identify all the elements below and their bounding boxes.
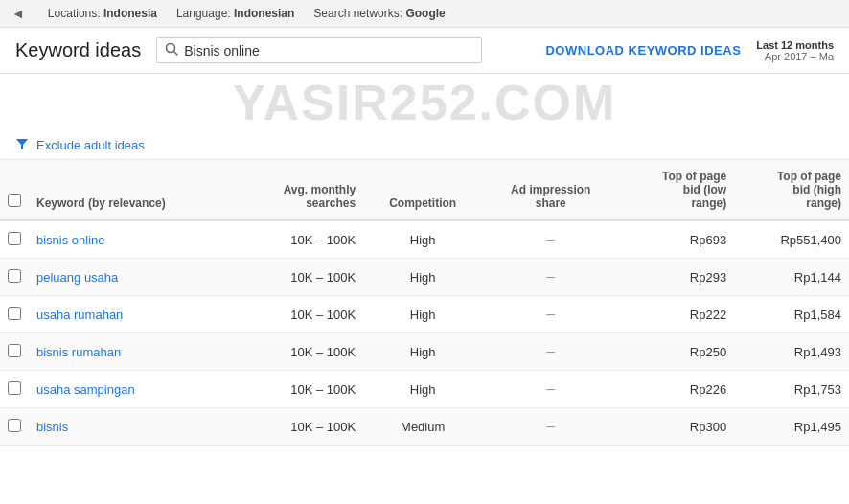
table-row: usaha sampingan 10K – 100K High – Rp226 … [0, 371, 849, 408]
row-keyword[interactable]: bisnis rumahan [29, 333, 237, 371]
row-top-bid-low: Rp693 [619, 220, 734, 259]
select-all-checkbox[interactable] [8, 194, 21, 207]
row-ad-impression-share: – [482, 296, 619, 333]
row-avg-monthly: 10K – 100K [237, 408, 363, 446]
watermark-text: YASIR252.COM [233, 74, 617, 131]
row-ad-impression-share: – [482, 259, 619, 296]
row-avg-monthly: 10K – 100K [237, 220, 363, 259]
row-checkbox-cell[interactable] [0, 333, 29, 371]
row-keyword[interactable]: usaha sampingan [29, 371, 237, 408]
table-row: bisnis online 10K – 100K High – Rp693 Rp… [0, 220, 849, 259]
keyword-search-box[interactable] [156, 37, 482, 63]
filter-icon [15, 137, 29, 153]
row-ad-impression-share: – [482, 333, 619, 371]
row-keyword[interactable]: bisnis online [29, 220, 237, 259]
search-icon [165, 42, 178, 58]
row-avg-monthly: 10K – 100K [237, 333, 363, 371]
locations-info: Locations: Indonesia [48, 7, 157, 20]
search-input[interactable] [184, 43, 473, 58]
row-ad-impression-share: – [482, 371, 619, 408]
row-top-bid-high: Rp1,493 [734, 333, 849, 371]
svg-marker-2 [16, 139, 28, 149]
row-top-bid-high: Rp1,584 [734, 296, 849, 333]
row-competition: High [363, 296, 482, 333]
download-keyword-ideas-button[interactable]: DOWNLOAD KEYWORD IDEAS [545, 43, 741, 57]
table-row: usaha rumahan 10K – 100K High – Rp222 Rp… [0, 296, 849, 333]
row-checkbox-cell[interactable] [0, 259, 29, 296]
row-checkbox[interactable] [8, 419, 21, 432]
row-top-bid-low: Rp226 [619, 371, 734, 408]
row-keyword[interactable]: usaha rumahan [29, 296, 237, 333]
row-checkbox-cell[interactable] [0, 371, 29, 408]
row-ad-impression-share: – [482, 408, 619, 446]
select-all-checkbox-header[interactable] [0, 160, 29, 220]
row-top-bid-high: Rp1,144 [734, 259, 849, 296]
row-checkbox-cell[interactable] [0, 220, 29, 259]
row-avg-monthly: 10K – 100K [237, 296, 363, 333]
row-top-bid-low: Rp300 [619, 408, 734, 446]
row-top-bid-low: Rp293 [619, 259, 734, 296]
col-header-competition: Competition [363, 160, 482, 220]
col-header-avg-monthly: Avg. monthlysearches [237, 160, 363, 220]
watermark-container: YASIR252.COM [0, 74, 849, 131]
table-header-row: Keyword (by relevance) Avg. monthlysearc… [0, 160, 849, 220]
row-checkbox[interactable] [8, 344, 21, 357]
keyword-rows-body: bisnis online 10K – 100K High – Rp693 Rp… [0, 220, 849, 446]
svg-line-1 [174, 52, 178, 56]
table-row: bisnis 10K – 100K Medium – Rp300 Rp1,495 [0, 408, 849, 446]
row-competition: High [363, 220, 482, 259]
row-avg-monthly: 10K – 100K [237, 371, 363, 408]
row-top-bid-low: Rp250 [619, 333, 734, 371]
row-ad-impression-share: – [482, 220, 619, 259]
row-checkbox[interactable] [8, 232, 21, 245]
row-checkbox[interactable] [8, 381, 21, 395]
row-checkbox-cell[interactable] [0, 408, 29, 446]
date-range: Last 12 months Apr 2017 – Ma [756, 39, 834, 62]
page-header: Keyword ideas DOWNLOAD KEYWORD IDEAS Las… [0, 28, 849, 74]
row-top-bid-low: Rp222 [619, 296, 734, 333]
col-header-top-page-bid-high: Top of pagebid (highrange) [734, 160, 849, 220]
row-competition: High [363, 371, 482, 408]
col-header-keyword: Keyword (by relevance) [29, 160, 237, 220]
row-checkbox[interactable] [8, 307, 21, 320]
col-header-ad-impression-share: Ad impressionshare [482, 160, 619, 220]
row-avg-monthly: 10K – 100K [237, 259, 363, 296]
exclude-adult-ideas-link[interactable]: Exclude adult ideas [36, 138, 145, 152]
row-competition: High [363, 333, 482, 371]
page-title: Keyword ideas [15, 39, 141, 61]
row-competition: Medium [363, 408, 482, 446]
language-info: Language: Indonesian [176, 7, 294, 20]
filter-bar: Exclude adult ideas [0, 131, 849, 160]
top-bar: ◄ Locations: Indonesia Language: Indones… [0, 0, 849, 28]
row-top-bid-high: Rp1,495 [734, 408, 849, 446]
back-arrow-icon[interactable]: ◄ [11, 6, 25, 21]
table-row: peluang usaha 10K – 100K High – Rp293 Rp… [0, 259, 849, 296]
col-header-top-page-bid-low: Top of pagebid (lowrange) [619, 160, 734, 220]
row-competition: High [363, 259, 482, 296]
table-row: bisnis rumahan 10K – 100K High – Rp250 R… [0, 333, 849, 371]
keyword-ideas-table: Keyword (by relevance) Avg. monthlysearc… [0, 160, 849, 446]
row-checkbox[interactable] [8, 269, 21, 283]
row-keyword[interactable]: bisnis [29, 408, 237, 446]
row-top-bid-high: Rp1,753 [734, 371, 849, 408]
search-networks-info: Search networks: Google [313, 7, 445, 20]
row-keyword[interactable]: peluang usaha [29, 259, 237, 296]
keyword-ideas-table-wrapper: Keyword (by relevance) Avg. monthlysearc… [0, 160, 849, 446]
row-top-bid-high: Rp551,400 [734, 220, 849, 259]
row-checkbox-cell[interactable] [0, 296, 29, 333]
